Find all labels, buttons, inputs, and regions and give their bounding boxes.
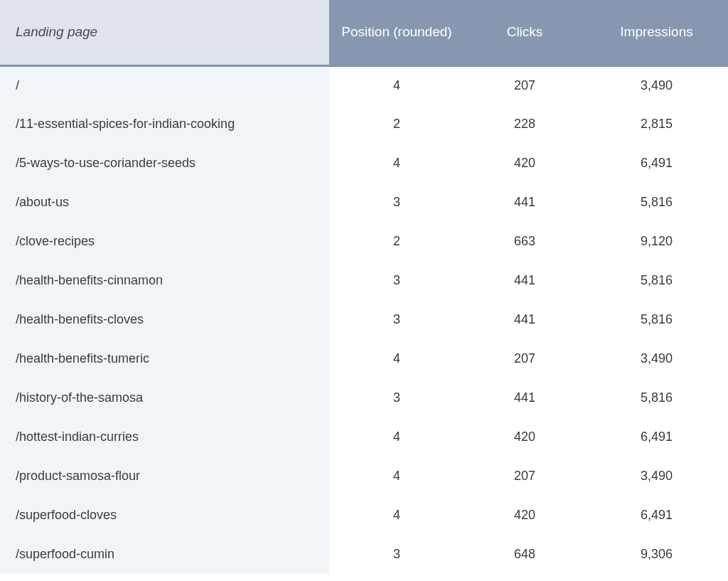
cell-position: 3 xyxy=(329,183,464,222)
cell-landing-page: /5-ways-to-use-coriander-seeds xyxy=(0,144,329,183)
cell-clicks: 207 xyxy=(464,457,585,496)
table-row: /history-of-the-samosa34415,816 xyxy=(0,378,728,417)
cell-impressions: 3,490 xyxy=(585,65,728,105)
table-row: /about-us34415,816 xyxy=(0,183,728,222)
table-row: /product-samosa-flour42073,490 xyxy=(0,457,728,496)
cell-position: 4 xyxy=(329,417,464,457)
table-row: /42073,490 xyxy=(0,65,728,105)
header-landing-page: Landing page xyxy=(0,0,329,65)
header-position: Position (rounded) xyxy=(329,0,464,65)
cell-landing-page: /health-benefits-cinnamon xyxy=(0,261,329,300)
cell-position: 3 xyxy=(329,300,464,339)
cell-clicks: 441 xyxy=(464,183,585,222)
cell-position: 3 xyxy=(329,261,464,300)
cell-impressions: 5,816 xyxy=(585,300,728,339)
cell-clicks: 420 xyxy=(464,496,585,535)
cell-clicks: 441 xyxy=(464,261,585,300)
cell-landing-page: /11-essential-spices-for-indian-cooking xyxy=(0,105,329,144)
cell-landing-page: /superfood-cumin xyxy=(0,535,329,574)
table-row: /hottest-indian-curries44206,491 xyxy=(0,417,728,457)
cell-position: 4 xyxy=(329,339,464,378)
table-row: /clove-recipes26639,120 xyxy=(0,222,728,261)
table-row: /superfood-cloves44206,491 xyxy=(0,496,728,535)
cell-clicks: 420 xyxy=(464,144,585,183)
cell-position: 2 xyxy=(329,105,464,144)
header-clicks: Clicks xyxy=(464,0,585,65)
table-row: /5-ways-to-use-coriander-seeds44206,491 xyxy=(0,144,728,183)
table-body: /42073,490/11-essential-spices-for-india… xyxy=(0,65,728,574)
cell-position: 4 xyxy=(329,65,464,105)
cell-impressions: 3,490 xyxy=(585,457,728,496)
cell-landing-page: /health-benefits-cloves xyxy=(0,300,329,339)
cell-clicks: 441 xyxy=(464,378,585,417)
table-row: /health-benefits-cinnamon34415,816 xyxy=(0,261,728,300)
cell-clicks: 228 xyxy=(464,105,585,144)
cell-impressions: 6,491 xyxy=(585,496,728,535)
cell-landing-page: /hottest-indian-curries xyxy=(0,417,329,457)
cell-landing-page: /about-us xyxy=(0,183,329,222)
cell-landing-page: / xyxy=(0,65,329,105)
cell-impressions: 5,816 xyxy=(585,378,728,417)
table-row: /superfood-cumin36489,306 xyxy=(0,535,728,574)
table-row: /health-benefits-tumeric42073,490 xyxy=(0,339,728,378)
cell-clicks: 441 xyxy=(464,300,585,339)
cell-clicks: 663 xyxy=(464,222,585,261)
header-impressions: Impressions xyxy=(585,0,728,65)
cell-landing-page: /health-benefits-tumeric xyxy=(0,339,329,378)
cell-impressions: 3,490 xyxy=(585,339,728,378)
cell-position: 2 xyxy=(329,222,464,261)
cell-clicks: 420 xyxy=(464,417,585,457)
cell-position: 3 xyxy=(329,535,464,574)
cell-impressions: 5,816 xyxy=(585,183,728,222)
cell-landing-page: /history-of-the-samosa xyxy=(0,378,329,417)
cell-impressions: 6,491 xyxy=(585,417,728,457)
cell-clicks: 207 xyxy=(464,65,585,105)
table-row: /11-essential-spices-for-indian-cooking2… xyxy=(0,105,728,144)
cell-position: 3 xyxy=(329,378,464,417)
cell-landing-page: /product-samosa-flour xyxy=(0,457,329,496)
cell-impressions: 2,815 xyxy=(585,105,728,144)
cell-landing-page: /superfood-cloves xyxy=(0,496,329,535)
table-row: /health-benefits-cloves34415,816 xyxy=(0,300,728,339)
cell-impressions: 6,491 xyxy=(585,144,728,183)
cell-impressions: 5,816 xyxy=(585,261,728,300)
cell-position: 4 xyxy=(329,457,464,496)
cell-position: 4 xyxy=(329,496,464,535)
cell-impressions: 9,306 xyxy=(585,535,728,574)
cell-position: 4 xyxy=(329,144,464,183)
cell-landing-page: /clove-recipes xyxy=(0,222,329,261)
table-header-row: Landing page Position (rounded) Clicks I… xyxy=(0,0,728,65)
cell-clicks: 648 xyxy=(464,535,585,574)
cell-impressions: 9,120 xyxy=(585,222,728,261)
cell-clicks: 207 xyxy=(464,339,585,378)
data-table: Landing page Position (rounded) Clicks I… xyxy=(0,0,728,574)
